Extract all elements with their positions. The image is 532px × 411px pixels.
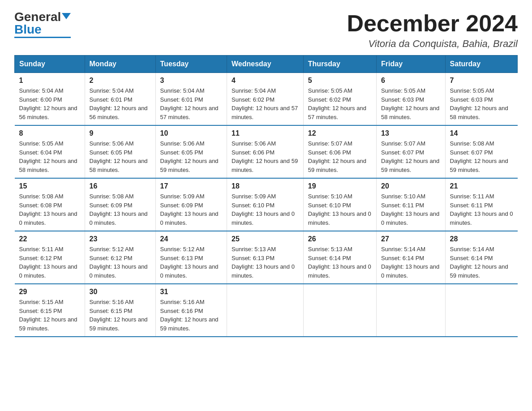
calendar-header: SundayMondayTuesdayWednesdayThursdayFrid…	[15, 56, 518, 73]
day-info: Sunrise: 5:07 AMSunset: 6:06 PMDaylight:…	[308, 139, 372, 174]
day-cell: 18 Sunrise: 5:09 AMSunset: 6:10 PMDaylig…	[227, 178, 304, 231]
day-headers-row: SundayMondayTuesdayWednesdayThursdayFrid…	[15, 56, 518, 73]
day-info: Sunrise: 5:06 AMSunset: 6:06 PMDaylight:…	[232, 139, 299, 174]
week-row-4: 22 Sunrise: 5:11 AMSunset: 6:12 PMDaylig…	[15, 231, 518, 284]
day-cell: 11 Sunrise: 5:06 AMSunset: 6:06 PMDaylig…	[227, 125, 304, 178]
day-info: Sunrise: 5:09 AMSunset: 6:10 PMDaylight:…	[232, 192, 299, 227]
day-cell: 12 Sunrise: 5:07 AMSunset: 6:06 PMDaylig…	[303, 125, 376, 178]
day-info: Sunrise: 5:16 AMSunset: 6:15 PMDaylight:…	[90, 298, 151, 333]
logo-general-text: General	[14, 11, 61, 23]
logo: General Blue	[14, 11, 71, 38]
day-cell: 13 Sunrise: 5:07 AMSunset: 6:07 PMDaylig…	[377, 125, 446, 178]
day-info: Sunrise: 5:13 AMSunset: 6:13 PMDaylight:…	[232, 245, 299, 280]
day-number: 21	[450, 182, 513, 190]
day-number: 16	[90, 182, 151, 190]
day-cell: 4 Sunrise: 5:04 AMSunset: 6:02 PMDayligh…	[227, 73, 304, 126]
day-number: 3	[160, 77, 222, 85]
column-header-sunday: Sunday	[15, 56, 85, 73]
day-info: Sunrise: 5:13 AMSunset: 6:14 PMDaylight:…	[308, 245, 372, 280]
day-cell: 26 Sunrise: 5:13 AMSunset: 6:14 PMDaylig…	[303, 231, 376, 284]
logo-underline	[14, 37, 71, 38]
day-info: Sunrise: 5:04 AMSunset: 6:02 PMDaylight:…	[232, 86, 299, 121]
column-header-friday: Friday	[377, 56, 446, 73]
day-cell: 8 Sunrise: 5:05 AMSunset: 6:04 PMDayligh…	[15, 125, 85, 178]
day-number: 30	[90, 288, 151, 296]
day-cell: 2 Sunrise: 5:04 AMSunset: 6:01 PMDayligh…	[85, 73, 155, 126]
day-number: 4	[232, 77, 299, 85]
logo-blue-text: Blue	[14, 23, 42, 36]
day-info: Sunrise: 5:12 AMSunset: 6:13 PMDaylight:…	[160, 245, 222, 280]
day-number: 26	[308, 235, 372, 243]
day-cell: 21 Sunrise: 5:11 AMSunset: 6:11 PMDaylig…	[445, 178, 517, 231]
day-number: 19	[308, 182, 372, 190]
day-cell: 7 Sunrise: 5:05 AMSunset: 6:03 PMDayligh…	[445, 73, 517, 126]
calendar-body: 1 Sunrise: 5:04 AMSunset: 6:00 PMDayligh…	[15, 73, 518, 337]
day-cell: 15 Sunrise: 5:08 AMSunset: 6:08 PMDaylig…	[15, 178, 85, 231]
day-cell: 3 Sunrise: 5:04 AMSunset: 6:01 PMDayligh…	[155, 73, 227, 126]
day-number: 12	[308, 129, 372, 137]
day-number: 23	[90, 235, 151, 243]
day-number: 28	[450, 235, 513, 243]
column-header-thursday: Thursday	[303, 56, 376, 73]
day-info: Sunrise: 5:08 AMSunset: 6:09 PMDaylight:…	[90, 192, 151, 227]
day-number: 13	[381, 129, 441, 137]
day-cell: 27 Sunrise: 5:14 AMSunset: 6:14 PMDaylig…	[377, 231, 446, 284]
day-info: Sunrise: 5:12 AMSunset: 6:12 PMDaylight:…	[90, 245, 151, 280]
day-cell: 10 Sunrise: 5:06 AMSunset: 6:05 PMDaylig…	[155, 125, 227, 178]
day-number: 17	[160, 182, 222, 190]
day-info: Sunrise: 5:08 AMSunset: 6:08 PMDaylight:…	[19, 192, 80, 227]
day-number: 29	[19, 288, 80, 296]
day-info: Sunrise: 5:06 AMSunset: 6:05 PMDaylight:…	[90, 139, 151, 174]
day-cell: 28 Sunrise: 5:14 AMSunset: 6:14 PMDaylig…	[445, 231, 517, 284]
day-info: Sunrise: 5:04 AMSunset: 6:01 PMDaylight:…	[90, 86, 151, 121]
day-cell: 22 Sunrise: 5:11 AMSunset: 6:12 PMDaylig…	[15, 231, 85, 284]
day-number: 31	[160, 288, 222, 296]
day-cell: 17 Sunrise: 5:09 AMSunset: 6:09 PMDaylig…	[155, 178, 227, 231]
day-info: Sunrise: 5:11 AMSunset: 6:12 PMDaylight:…	[19, 245, 80, 280]
day-number: 20	[381, 182, 441, 190]
day-info: Sunrise: 5:04 AMSunset: 6:01 PMDaylight:…	[160, 86, 222, 121]
day-number: 18	[232, 182, 299, 190]
page-title: December 2024	[347, 11, 518, 36]
week-row-3: 15 Sunrise: 5:08 AMSunset: 6:08 PMDaylig…	[15, 178, 518, 231]
day-number: 2	[90, 77, 151, 85]
day-cell: 24 Sunrise: 5:12 AMSunset: 6:13 PMDaylig…	[155, 231, 227, 284]
day-cell	[303, 284, 376, 337]
day-info: Sunrise: 5:10 AMSunset: 6:10 PMDaylight:…	[308, 192, 372, 227]
day-number: 15	[19, 182, 80, 190]
column-header-wednesday: Wednesday	[227, 56, 304, 73]
week-row-2: 8 Sunrise: 5:05 AMSunset: 6:04 PMDayligh…	[15, 125, 518, 178]
day-info: Sunrise: 5:04 AMSunset: 6:00 PMDaylight:…	[19, 86, 80, 121]
day-number: 8	[19, 129, 80, 137]
column-header-tuesday: Tuesday	[155, 56, 227, 73]
day-cell: 16 Sunrise: 5:08 AMSunset: 6:09 PMDaylig…	[85, 178, 155, 231]
day-info: Sunrise: 5:07 AMSunset: 6:07 PMDaylight:…	[381, 139, 441, 174]
day-number: 10	[160, 129, 222, 137]
day-info: Sunrise: 5:05 AMSunset: 6:02 PMDaylight:…	[308, 86, 372, 121]
day-cell: 6 Sunrise: 5:05 AMSunset: 6:03 PMDayligh…	[377, 73, 446, 126]
week-row-1: 1 Sunrise: 5:04 AMSunset: 6:00 PMDayligh…	[15, 73, 518, 126]
page-header: General Blue December 2024 Vitoria da Co…	[14, 11, 518, 50]
day-info: Sunrise: 5:05 AMSunset: 6:04 PMDaylight:…	[19, 139, 80, 174]
day-number: 25	[232, 235, 299, 243]
day-number: 9	[90, 129, 151, 137]
column-header-saturday: Saturday	[445, 56, 517, 73]
day-cell: 19 Sunrise: 5:10 AMSunset: 6:10 PMDaylig…	[303, 178, 376, 231]
day-info: Sunrise: 5:09 AMSunset: 6:09 PMDaylight:…	[160, 192, 222, 227]
day-number: 27	[381, 235, 441, 243]
day-cell: 20 Sunrise: 5:10 AMSunset: 6:11 PMDaylig…	[377, 178, 446, 231]
day-cell: 9 Sunrise: 5:06 AMSunset: 6:05 PMDayligh…	[85, 125, 155, 178]
day-number: 6	[381, 77, 441, 85]
day-info: Sunrise: 5:14 AMSunset: 6:14 PMDaylight:…	[381, 245, 441, 280]
day-number: 14	[450, 129, 513, 137]
day-info: Sunrise: 5:10 AMSunset: 6:11 PMDaylight:…	[381, 192, 441, 227]
day-number: 7	[450, 77, 513, 85]
day-number: 1	[19, 77, 80, 85]
day-cell	[377, 284, 446, 337]
column-header-monday: Monday	[85, 56, 155, 73]
day-cell	[227, 284, 304, 337]
day-cell: 25 Sunrise: 5:13 AMSunset: 6:13 PMDaylig…	[227, 231, 304, 284]
day-number: 24	[160, 235, 222, 243]
day-info: Sunrise: 5:08 AMSunset: 6:07 PMDaylight:…	[450, 139, 513, 174]
day-info: Sunrise: 5:05 AMSunset: 6:03 PMDaylight:…	[381, 86, 441, 121]
